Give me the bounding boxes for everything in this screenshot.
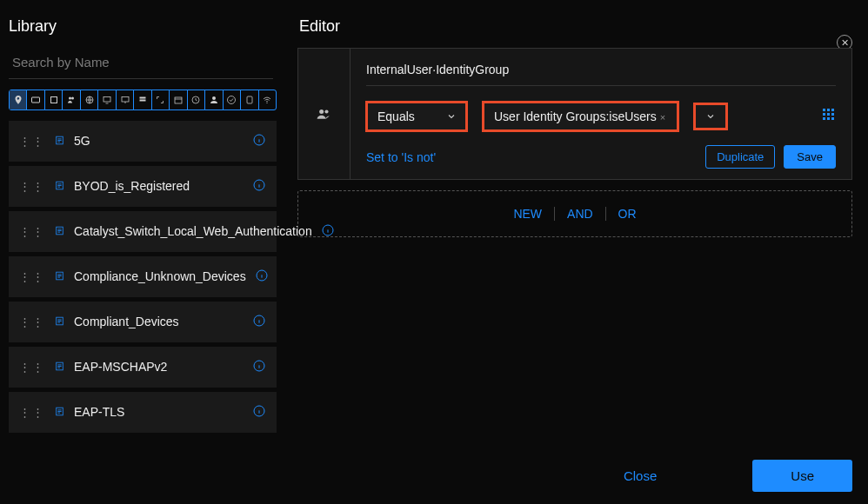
filter-check-icon[interactable] <box>224 90 241 109</box>
operator-dropdown[interactable]: Equals <box>366 102 467 131</box>
svg-rect-13 <box>247 96 252 103</box>
search-input[interactable] <box>9 48 273 79</box>
value-dropdown[interactable]: User Identity Groups:iseUsers× <box>483 102 678 131</box>
filter-globe-icon[interactable] <box>81 90 98 109</box>
add-and-option[interactable]: AND <box>567 207 593 221</box>
list-item[interactable]: ⋮⋮ Compliant_Devices <box>9 302 277 342</box>
list-item-label: Compliance_Unknown_Devices <box>74 269 246 284</box>
list-item[interactable]: ⋮⋮ Catalyst_Switch_Local_Web_Authenticat… <box>9 211 277 252</box>
svg-point-12 <box>228 96 236 104</box>
list-item-label: 5G <box>74 133 244 149</box>
info-icon[interactable] <box>252 359 266 375</box>
filter-user-icon[interactable] <box>205 90 223 109</box>
list-item[interactable]: ⋮⋮ 5G <box>9 121 277 162</box>
drag-handle-icon[interactable]: ⋮⋮ <box>19 318 45 327</box>
list-item[interactable]: ⋮⋮ EAP-MSCHAPv2 <box>9 347 277 388</box>
group-icon <box>298 49 351 179</box>
save-button[interactable]: Save <box>784 145 836 169</box>
list-item[interactable]: ⋮⋮ EAP-TLS <box>9 392 277 433</box>
filter-clock-icon[interactable] <box>188 90 205 109</box>
icon-filter-tabs <box>9 90 277 110</box>
svg-rect-5 <box>103 97 110 103</box>
filter-card-icon[interactable] <box>27 90 44 109</box>
svg-rect-37 <box>823 117 825 120</box>
drag-handle-icon[interactable]: ⋮⋮ <box>19 408 45 417</box>
add-condition-zone: NEW AND OR <box>297 190 852 237</box>
document-icon <box>54 406 65 420</box>
filter-expand-icon[interactable] <box>152 90 170 109</box>
svg-rect-35 <box>827 113 830 116</box>
svg-rect-34 <box>823 113 825 116</box>
filter-stack-icon[interactable] <box>134 90 151 109</box>
svg-rect-1 <box>50 97 57 103</box>
list-item-label: Catalyst_Switch_Local_Web_Authentication <box>74 223 312 239</box>
filter-calendar-icon[interactable] <box>170 90 187 109</box>
operator-value: Equals <box>377 109 415 123</box>
svg-rect-6 <box>122 97 129 103</box>
document-icon <box>54 361 65 375</box>
document-icon <box>54 225 65 239</box>
drag-handle-icon[interactable]: ⋮⋮ <box>19 363 45 372</box>
set-is-not-link[interactable]: Set to 'Is not' <box>366 150 436 164</box>
svg-point-30 <box>324 109 328 113</box>
svg-rect-36 <box>831 113 834 116</box>
filter-monitor2-icon[interactable] <box>117 90 134 109</box>
add-new-option[interactable]: NEW <box>513 207 542 221</box>
document-icon <box>54 315 65 329</box>
svg-point-14 <box>267 103 268 103</box>
filter-box-icon[interactable] <box>45 90 63 109</box>
svg-rect-38 <box>827 117 830 120</box>
drag-handle-icon[interactable]: ⋮⋮ <box>19 182 45 191</box>
duplicate-button[interactable]: Duplicate <box>705 145 775 169</box>
list-item[interactable]: ⋮⋮ Compliance_Unknown_Devices <box>9 256 277 297</box>
editor-title: Editor <box>299 17 852 36</box>
drag-handle-icon[interactable]: ⋮⋮ <box>19 228 45 236</box>
filter-location-icon[interactable] <box>10 90 27 109</box>
library-title: Library <box>9 17 278 36</box>
drag-handle-icon[interactable]: ⋮⋮ <box>19 137 45 146</box>
svg-rect-0 <box>32 97 40 103</box>
svg-rect-31 <box>823 109 825 111</box>
filter-device-icon[interactable] <box>241 90 258 109</box>
filter-monitor1-icon[interactable] <box>98 90 116 109</box>
document-icon <box>54 270 65 284</box>
list-item-label: Compliant_Devices <box>74 314 244 329</box>
list-item-label: EAP-TLS <box>74 404 244 420</box>
svg-rect-9 <box>175 97 182 103</box>
info-icon[interactable] <box>252 314 266 330</box>
chevron-down-icon <box>447 114 456 119</box>
info-icon[interactable] <box>252 404 266 421</box>
svg-rect-32 <box>827 109 830 111</box>
svg-rect-8 <box>140 100 146 102</box>
svg-rect-33 <box>831 109 834 111</box>
list-item-label: EAP-MSCHAPv2 <box>74 359 244 375</box>
list-item-label: BYOD_is_Registered <box>74 178 244 194</box>
attribute-name: InternalUser·IdentityGroup <box>366 63 836 86</box>
list-item[interactable]: ⋮⋮ BYOD_is_Registered <box>9 166 277 207</box>
filter-wifi-icon[interactable] <box>259 90 276 109</box>
document-icon <box>54 135 65 149</box>
clear-value-icon[interactable]: × <box>660 112 665 123</box>
add-or-option[interactable]: OR <box>618 207 637 221</box>
document-icon <box>54 180 65 194</box>
svg-point-29 <box>319 109 324 114</box>
use-button[interactable]: Use <box>752 460 852 492</box>
chevron-down-icon <box>706 114 715 119</box>
svg-point-2 <box>69 97 71 100</box>
info-icon[interactable] <box>252 178 266 195</box>
grid-icon[interactable] <box>822 108 836 125</box>
svg-rect-7 <box>140 97 146 99</box>
filter-group-icon[interactable] <box>63 90 80 109</box>
value-text: User Identity Groups:iseUsers <box>494 109 657 123</box>
close-link[interactable]: Close <box>624 468 657 483</box>
drag-handle-icon[interactable]: ⋮⋮ <box>19 273 45 282</box>
svg-point-11 <box>212 96 216 100</box>
condition-card: InternalUser·IdentityGroup Equals User I… <box>297 48 852 180</box>
info-icon[interactable] <box>252 133 266 149</box>
info-icon[interactable] <box>255 269 269 285</box>
svg-point-3 <box>71 97 74 100</box>
svg-rect-39 <box>831 117 834 120</box>
extra-dropdown[interactable] <box>694 103 727 129</box>
